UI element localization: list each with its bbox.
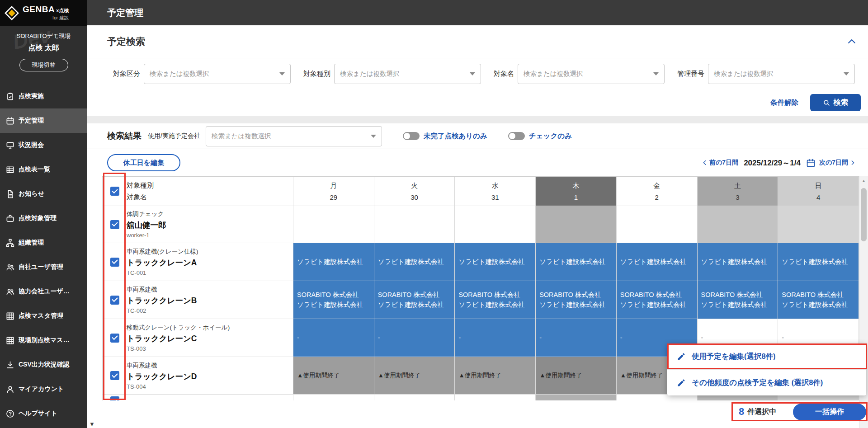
cell-text: ▲使用期間終了 (297, 371, 370, 380)
schedule-cell[interactable] (536, 395, 617, 400)
scrollbar-up-icon[interactable]: ▲ (859, 176, 868, 185)
cell-text: - (297, 333, 370, 343)
sidebar-item-label: 点検対象管理 (19, 214, 57, 222)
sidebar-item[interactable]: お知らせ (0, 182, 87, 206)
schedule-cell[interactable]: SORABITO 株式会社ソラビト建設株式会社 (374, 281, 455, 319)
schedule-cell[interactable]: ソラビト建設株式会社 (293, 243, 374, 281)
sidebar-item[interactable]: 点検マスタ管理 (0, 304, 87, 328)
schedule-cell[interactable]: ソラビト建設株式会社 (617, 243, 698, 281)
filter-select[interactable]: 検索または複数選択 (708, 64, 855, 84)
bulk-action-button[interactable]: 一括操作 (793, 404, 866, 420)
sidebar-item[interactable]: 画面更新 (0, 426, 87, 428)
sidebar-item[interactable]: 点検実施 (0, 84, 87, 108)
scroll-down-icon[interactable]: ▼ (89, 421, 95, 428)
row-checkbox[interactable] (110, 371, 119, 380)
select-all-checkbox[interactable] (110, 187, 119, 196)
schedule-cell[interactable]: - (536, 319, 617, 357)
day-of-week: 木 (572, 182, 579, 190)
sidebar-item[interactable]: 状況照会 (0, 133, 87, 157)
sidebar-item[interactable]: 自社ユーザ管理 (0, 255, 87, 279)
cell-text: - (539, 333, 613, 343)
schedule-cell[interactable]: - (455, 319, 536, 357)
schedule-cell[interactable]: ソラビト建設株式会社 (698, 243, 778, 281)
row-header-cell: 移動式クレーン(トラック・ホイール)トラッククレーンCTS-003 (103, 319, 293, 357)
schedule-cell[interactable]: SORABITO 株式会社ソラビト建設株式会社 (617, 281, 698, 319)
cell-text: - (458, 333, 532, 343)
row-checkbox[interactable] (110, 296, 119, 305)
schedule-cell[interactable] (455, 206, 536, 243)
schedule-cell[interactable]: ソラビト建設株式会社 (455, 243, 536, 281)
filter-select[interactable]: 検索または複数選択 (518, 64, 665, 84)
row-header-text: 体調チェック舘山健一郎worker-1 (127, 207, 170, 241)
calendar-picker-icon[interactable] (806, 158, 816, 168)
schedule-cell[interactable]: SORABITO 株式会社ソラビト建設株式会社 (698, 281, 778, 319)
select-placeholder: 検索または複数選択 (150, 70, 209, 78)
filter-select[interactable]: 検索または複数選択 (334, 64, 481, 84)
sidebar-item[interactable]: 現場別点検マス… (0, 328, 87, 353)
sidebar-item-label: 組織管理 (19, 239, 44, 247)
schedule-cell[interactable]: ソラビト建設株式会社 (778, 243, 859, 281)
schedule-cell[interactable]: ▲使用期間終了 (374, 357, 455, 395)
sidebar-item[interactable]: 点検対象管理 (0, 206, 87, 230)
site-switch-button[interactable]: 現場切替 (19, 59, 68, 71)
search-button[interactable]: 検索 (810, 94, 861, 111)
schedule-cell[interactable]: - (374, 319, 455, 357)
row-checkbox[interactable] (110, 334, 119, 343)
schedule-cell[interactable] (617, 206, 698, 243)
filter-group: 対象区分検索または複数選択 (113, 64, 291, 84)
schedule-cell[interactable] (698, 206, 778, 243)
cell-text: ソラビト建設株式会社 (458, 300, 532, 310)
sidebar-item[interactable]: 組織管理 (0, 230, 87, 255)
sidebar-item[interactable]: 予定管理 (0, 108, 87, 133)
schedule-cell[interactable] (778, 206, 859, 243)
select-placeholder: 検索または複数選択 (212, 132, 271, 141)
prev-week-button[interactable]: 前の7日間 (701, 159, 738, 167)
schedule-cell[interactable] (374, 206, 455, 243)
toggle-label: 未完了点検ありのみ (424, 132, 487, 141)
schedule-cell[interactable]: SORABITO 株式会社ソラビト建設株式会社 (778, 281, 859, 319)
edit-holiday-button[interactable]: 休工日を編集 (107, 154, 180, 171)
schedule-cell[interactable]: ▲使用期間終了 (536, 357, 617, 395)
toggle-switch[interactable] (508, 132, 525, 140)
schedule-cell[interactable]: ソラビト建設株式会社 (374, 243, 455, 281)
filter-select[interactable]: 検索または複数選択 (144, 64, 291, 84)
schedule-cell[interactable] (293, 395, 374, 400)
schedule-cell[interactable] (455, 395, 536, 400)
results-bar: 検索結果 使用/実施予定会社 検索または複数選択 未完了点検ありのみチェックのみ (87, 123, 868, 149)
schedule-cell[interactable] (293, 206, 374, 243)
scrollbar-thumb[interactable] (861, 188, 867, 241)
cell-text: SORABITO 株式会社 (701, 290, 774, 300)
sidebar-item[interactable]: ヘルプサイト (0, 401, 87, 426)
schedule-cell[interactable] (536, 206, 617, 243)
schedule-cell[interactable]: ▲使用期間終了 (293, 357, 374, 395)
schedule-cell[interactable]: SORABITO 株式会社ソラビト建設株式会社 (536, 281, 617, 319)
sidebar-item[interactable]: 点検表一覧 (0, 157, 87, 182)
schedule-cell[interactable]: ▲使用期間終了 (455, 357, 536, 395)
cell-text: - (378, 333, 451, 343)
row-header-text: 車両系建機トラッククレーンBTC-002 (127, 283, 201, 317)
schedule-cell[interactable]: ソラビト建設株式会社 (536, 243, 617, 281)
cell-text: ソラビト建設株式会社 (701, 300, 774, 310)
row-checkbox[interactable] (110, 258, 119, 267)
sidebar-item[interactable]: CSV出力状況確認 (0, 353, 87, 377)
toggle-switch[interactable] (403, 132, 420, 140)
sidebar-item[interactable]: マイアカウント (0, 377, 87, 401)
company-select[interactable]: 検索または複数選択 (206, 126, 382, 146)
row-checkbox[interactable] (110, 220, 119, 229)
target-code: worker-1 (127, 232, 166, 239)
schedule-cell[interactable]: SORABITO 株式会社ソラビト建設株式会社 (455, 281, 536, 319)
cell-text: - (620, 333, 693, 343)
row-checkbox[interactable] (110, 396, 119, 400)
schedule-cell[interactable] (374, 395, 455, 400)
sidebar-item[interactable]: 協力会社ユーザ… (0, 279, 87, 304)
next-week-button[interactable]: 次の7日間 (819, 159, 856, 167)
schedule-cell[interactable]: - (293, 319, 374, 357)
context-menu-item[interactable]: その他頻度の点検予定を編集 (選択8件) (667, 369, 866, 395)
day-header: 月29 (293, 177, 374, 206)
context-menu-item[interactable]: 使用予定を編集(選択8件) (667, 343, 866, 369)
pencil-icon (677, 378, 686, 387)
schedule-cell[interactable]: SORABITO 株式会社ソラビト建設株式会社 (293, 281, 374, 319)
sidebar-item-label: 協力会社ユーザ… (19, 287, 70, 296)
collapse-search-icon[interactable] (846, 36, 857, 47)
clear-conditions-link[interactable]: 条件解除 (770, 98, 798, 108)
